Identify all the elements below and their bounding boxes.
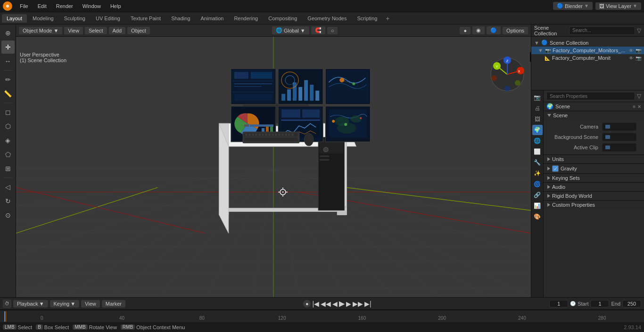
rigid-body-header[interactable]: Rigid Body World (544, 192, 644, 200)
annotate-tool[interactable]: ✏ (1, 73, 15, 86)
jump-start-btn[interactable]: |◀ (312, 300, 319, 308)
prop-icon-object[interactable]: ⬜ (532, 146, 543, 157)
marker-btn[interactable]: Marker (102, 300, 125, 308)
tab-scripting[interactable]: Scripting (352, 14, 382, 23)
prop-icon-view-layer[interactable]: 🖼 (532, 114, 543, 124)
prop-icon-physics[interactable]: 🌀 (532, 179, 543, 189)
tab-rendering[interactable]: Rendering (229, 14, 263, 23)
next-keyframe-btn[interactable]: ▶ (346, 300, 351, 308)
prop-icon-scene[interactable]: 🌍 (532, 125, 543, 135)
outliner-search[interactable] (569, 26, 635, 35)
tab-compositing[interactable]: Compositing (264, 14, 302, 23)
object-menu-btn[interactable]: Object (127, 27, 150, 34)
prop-icon-material[interactable]: 🎨 (532, 211, 543, 222)
scene-section-header[interactable]: Scene (544, 111, 644, 120)
tab-animation[interactable]: Animation (196, 14, 229, 23)
tab-texture-paint[interactable]: Texture Paint (126, 14, 165, 23)
background-scene-field[interactable] (602, 133, 636, 141)
jump-end-btn[interactable]: ▶| (364, 300, 372, 308)
monit-eye-icon[interactable]: 👁 (629, 56, 634, 61)
gravity-checkbox[interactable]: ✓ (552, 165, 559, 172)
monit-camera-icon[interactable]: 📷 (636, 56, 641, 61)
units-section-header[interactable]: Units (544, 155, 644, 163)
timeline-type-icon[interactable]: ⏱ (3, 300, 11, 308)
viewport[interactable]: Object Mode ▼ View Select Add Object 🌐 G… (16, 24, 531, 297)
navigation-gizmo[interactable]: X Y Z (488, 56, 526, 93)
prop-icon-render[interactable]: 📷 (532, 92, 543, 103)
outliner-filter-btn[interactable]: ▽ (637, 27, 641, 34)
prev-keyframe-btn[interactable]: ◀ (332, 300, 338, 308)
active-clip-field[interactable] (602, 143, 636, 152)
select-menu-btn[interactable]: Select (85, 27, 107, 34)
snap-btn[interactable]: 🧲 (311, 26, 325, 34)
tab-modeling[interactable]: Modeling (28, 14, 58, 23)
gravity-section-header[interactable]: ✓ Gravity (544, 164, 644, 173)
scene-options-icon[interactable]: ≡ (633, 104, 636, 109)
next-frame-btn[interactable]: ▶▶ (353, 300, 363, 308)
tab-uv-editing[interactable]: UV Editing (91, 14, 125, 23)
prev-frame-btn[interactable]: ◀◀ (321, 300, 331, 308)
menu-edit[interactable]: Edit (34, 2, 50, 10)
camera-field[interactable] (602, 122, 636, 131)
tab-geometry-nodes[interactable]: Geometry Nodes (303, 14, 351, 23)
spin-tool[interactable]: ↻ (1, 194, 15, 208)
prop-icon-modifier[interactable]: 🔧 (532, 157, 543, 168)
outliner-item-factory-monitors[interactable]: ▼ 📷 Factory_Computer_Monitors_... 👁 📷 (531, 47, 644, 54)
menu-window[interactable]: Window (79, 2, 105, 10)
audio-section-header[interactable]: Audio (544, 183, 644, 191)
inset-tool[interactable]: ◈ (1, 134, 15, 147)
viewport-shading-solid[interactable]: ● (460, 27, 471, 34)
shear-tool[interactable]: ◁ (1, 180, 15, 194)
view-layer-selector[interactable]: 🖼 View Layer ▼ (595, 2, 641, 10)
playhead[interactable] (4, 311, 5, 322)
move-tool[interactable]: ✛ (1, 40, 15, 54)
add-menu-btn[interactable]: Add (109, 27, 126, 34)
prop-icon-constraints[interactable]: 🔗 (532, 190, 543, 200)
factory-camera-icon[interactable]: 📷 (636, 48, 641, 53)
engine-selector[interactable]: 🔵 Blender ▼ (553, 2, 593, 10)
current-frame-input[interactable]: 1 (549, 300, 568, 308)
menu-render[interactable]: Render (52, 2, 77, 10)
viewport-shading-material[interactable]: ◉ (472, 26, 485, 34)
start-frame-input[interactable]: 1 (590, 300, 609, 308)
prop-icon-output[interactable]: 🖨 (532, 103, 543, 113)
factory-eye-icon[interactable]: 👁 (629, 48, 634, 53)
proportional-edit-btn[interactable]: ○ (327, 27, 338, 34)
properties-search[interactable] (546, 92, 635, 100)
tab-layout[interactable]: Layout (2, 14, 27, 23)
record-btn[interactable]: ● (303, 300, 311, 308)
scene-expand-icon[interactable]: ✕ (637, 104, 641, 109)
end-frame-input[interactable]: 250 (622, 300, 641, 308)
outliner-scene-collection[interactable]: ▼ 🔵 Scene Collection (531, 39, 644, 47)
transform-tool[interactable]: ↔ (1, 55, 15, 68)
play-btn[interactable]: ▶ (339, 299, 345, 308)
viewport-tool-4[interactable]: ◱ (530, 52, 531, 62)
viewport-shading-rendered[interactable]: 🔵 (487, 26, 501, 34)
viewport-options-btn[interactable]: Options (503, 27, 528, 34)
outliner-item-factory-monit[interactable]: 📐 Factory_Computer_Monit 👁 📷 (531, 54, 644, 62)
measure-tool[interactable]: 📏 (1, 87, 15, 100)
tab-shading[interactable]: Shading (166, 14, 195, 23)
add-workspace-btn[interactable]: + (383, 14, 392, 23)
bevel-tool[interactable]: ⬠ (1, 148, 15, 161)
viewport-canvas[interactable]: User Perspective (1) Scene Collection X (16, 37, 531, 297)
prop-icon-data[interactable]: 📊 (532, 201, 543, 211)
playback-btn[interactable]: Playback ▼ (13, 300, 48, 308)
cursor-tool[interactable]: ⊕ (1, 26, 15, 40)
transform-orientation-btn[interactable]: 🌐 Global ▼ (272, 26, 309, 34)
view-menu-btn[interactable]: View (64, 27, 83, 34)
menu-file[interactable]: File (16, 2, 32, 10)
loop-cut-tool[interactable]: ⊞ (1, 162, 15, 175)
keying-section-header[interactable]: Keying Sets (544, 174, 644, 182)
smooth-tool[interactable]: ⊙ (1, 209, 15, 222)
menu-help[interactable]: Help (107, 2, 125, 10)
custom-props-header[interactable]: Custom Properties (544, 201, 644, 209)
tab-sculpting[interactable]: Sculpting (59, 14, 90, 23)
object-mode-btn[interactable]: Object Mode ▼ (19, 27, 62, 34)
prop-icon-particles[interactable]: ✨ (532, 168, 543, 178)
keying-btn[interactable]: Keying ▼ (50, 300, 80, 308)
prop-icon-world[interactable]: 🌐 (532, 136, 543, 146)
view-btn[interactable]: View (81, 300, 100, 308)
extrude-tool[interactable]: ⬡ (1, 120, 15, 133)
properties-filter-icon[interactable]: ▽ (637, 93, 641, 99)
